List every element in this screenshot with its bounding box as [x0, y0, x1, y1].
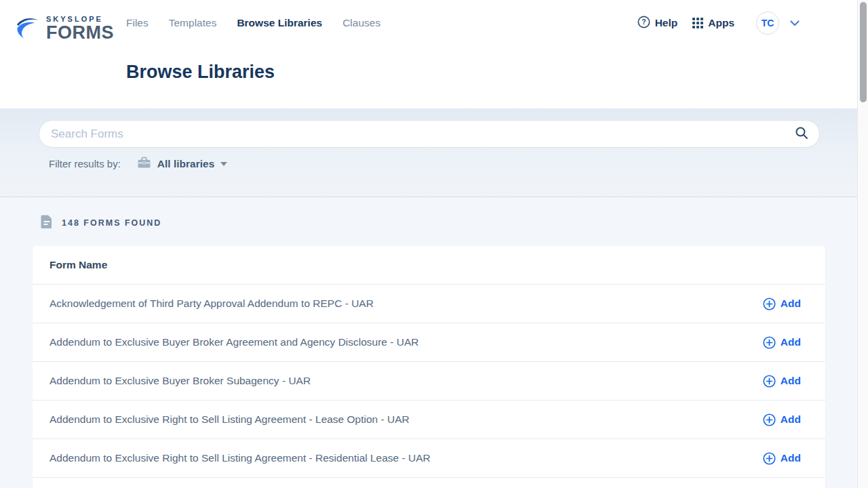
add-form-button[interactable]: Add — [763, 298, 801, 310]
nav-item-files[interactable]: Files — [126, 17, 149, 29]
library-filter-dropdown[interactable]: All libraries — [137, 156, 227, 171]
table-row: Addendum to Exclusive Right to Sell List… — [33, 401, 825, 439]
help-icon: ? — [637, 16, 650, 31]
apps-button[interactable]: Apps — [692, 17, 734, 29]
document-icon — [41, 214, 53, 232]
profile-area: TC — [756, 12, 800, 35]
add-button-label: Add — [781, 413, 801, 426]
svg-text:?: ? — [642, 18, 646, 26]
briefcase-icon — [137, 156, 151, 171]
skyslope-forms-logo[interactable]: SKYSLOPE FORMS — [15, 14, 114, 43]
table-rows: Acknowledgement of Third Party Approval … — [33, 285, 825, 478]
add-form-button[interactable]: Add — [763, 413, 801, 426]
nav-item-templates[interactable]: Templates — [169, 17, 217, 29]
form-name-column-header: Form Name — [50, 259, 107, 271]
logo-forms-text: FORMS — [46, 24, 114, 42]
search-input[interactable] — [39, 127, 795, 141]
results-count: 148 FORMS FOUND — [62, 218, 161, 228]
add-form-button[interactable]: Add — [763, 452, 801, 465]
apps-label: Apps — [708, 17, 734, 29]
table-row: Addendum to Exclusive Buyer Broker Subag… — [33, 362, 825, 401]
add-form-button[interactable]: Add — [763, 375, 801, 388]
main-nav: Files Templates Browse Libraries Clauses — [126, 0, 380, 46]
plus-circle-icon — [763, 375, 776, 388]
help-button[interactable]: ? Help — [637, 16, 678, 31]
apps-grid-icon — [692, 18, 703, 28]
results-meta: 148 FORMS FOUND — [41, 214, 161, 232]
header-actions: ? Help Apps TC — [637, 0, 800, 46]
plus-circle-icon — [763, 298, 776, 310]
add-button-label: Add — [781, 452, 801, 464]
search-icon — [795, 126, 808, 142]
table-row: Addendum to Exclusive Buyer Broker Agree… — [33, 323, 825, 362]
scrollbar-thumb[interactable] — [860, 2, 867, 102]
add-button-label: Add — [781, 375, 801, 387]
search-box — [39, 120, 820, 148]
search-button[interactable] — [795, 126, 819, 142]
nav-item-browse-libraries[interactable]: Browse Libraries — [237, 17, 322, 29]
add-button-label: Add — [781, 336, 801, 348]
top-header: SKYSLOPE FORMS Files Templates Browse Li… — [0, 0, 857, 108]
filter-row: Filter results by: All libraries — [49, 156, 227, 171]
scrollbar-track[interactable] — [857, 0, 868, 488]
forms-table: Form Name Acknowledgement of Third Party… — [33, 246, 825, 488]
form-name-cell: Addendum to Exclusive Right to Sell List… — [50, 413, 410, 426]
caret-down-icon — [220, 162, 227, 166]
logo-wordmark: SKYSLOPE FORMS — [46, 16, 114, 42]
avatar[interactable]: TC — [756, 12, 779, 35]
form-name-cell: Acknowledgement of Third Party Approval … — [50, 298, 374, 310]
skyslope-swoosh-icon — [15, 14, 41, 43]
add-button-label: Add — [781, 298, 801, 310]
form-name-cell: Addendum to Exclusive Right to Sell List… — [50, 452, 431, 464]
form-name-cell: Addendum to Exclusive Buyer Broker Subag… — [50, 375, 311, 387]
chevron-down-icon[interactable] — [790, 20, 800, 26]
library-filter-value: All libraries — [157, 158, 214, 170]
add-form-button[interactable]: Add — [763, 336, 801, 349]
logo-skyslope-text: SKYSLOPE — [46, 16, 114, 23]
plus-circle-icon — [763, 336, 776, 349]
plus-circle-icon — [763, 452, 776, 465]
help-label: Help — [655, 17, 678, 29]
table-row: Addendum to Exclusive Right to Sell List… — [33, 439, 825, 478]
plus-circle-icon — [763, 413, 776, 426]
table-row: Acknowledgement of Third Party Approval … — [33, 285, 825, 323]
page-title: Browse Libraries — [126, 62, 275, 83]
search-filter-section: Filter results by: All libraries — [0, 108, 857, 197]
filter-label: Filter results by: — [49, 158, 121, 169]
nav-item-clauses[interactable]: Clauses — [342, 17, 380, 29]
form-name-cell: Addendum to Exclusive Buyer Broker Agree… — [50, 336, 418, 348]
table-header-row: Form Name — [33, 246, 825, 285]
